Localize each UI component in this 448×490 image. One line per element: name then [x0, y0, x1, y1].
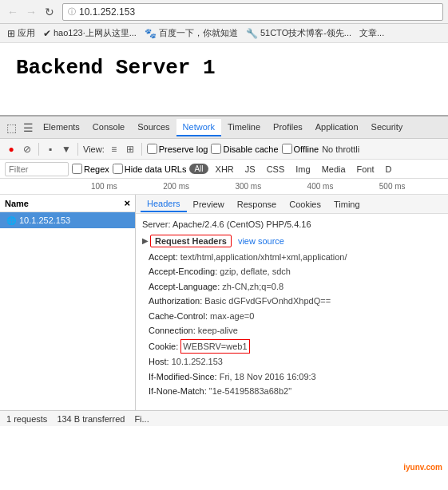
address-bar[interactable]: ⓘ 10.1.252.153	[62, 3, 443, 21]
header-section-server: Server: Apache/2.4.6 (CentOS) PHP/5.4.16…	[136, 214, 448, 402]
filter-toggle[interactable]: ▼	[60, 143, 73, 156]
offline-input[interactable]	[282, 144, 292, 154]
tab-application[interactable]: Application	[309, 119, 365, 136]
if-none-match-header: If-None-Match: "1e-54195883a68b2"	[149, 384, 442, 399]
server-header-row: Server: Apache/2.4.6 (CentOS) PHP/5.4.16	[142, 217, 442, 232]
headers-tab-response[interactable]: Response	[231, 197, 283, 211]
tab-console[interactable]: Console	[86, 119, 131, 136]
throttle-label: No throttli	[322, 144, 359, 154]
filter-input[interactable]	[5, 162, 69, 176]
hide-data-label: Hide data URLs	[125, 164, 187, 174]
request-headers-title[interactable]: Request Headers	[150, 235, 232, 247]
disable-cache-checkbox[interactable]: Disable cache	[211, 144, 278, 154]
bookmark-baidu[interactable]: 🐾 百度一下，你就知道	[142, 26, 240, 40]
timeline-200ms: 200 ms	[160, 182, 232, 191]
camera-button[interactable]: ▪	[44, 143, 57, 156]
bookmark-baidu-label: 百度一下，你就知道	[159, 27, 238, 39]
tab-profiles[interactable]: Profiles	[267, 119, 309, 136]
headers-panel: Headers Preview Response Cookies Timing …	[136, 195, 448, 410]
img-filter[interactable]: Img	[291, 164, 314, 175]
watermark: iyunv.com	[401, 462, 445, 472]
if-modified-header: If-Modified-Since: Fri, 18 Nov 2016 16:0…	[149, 369, 442, 385]
page-content: Backend Server 1	[0, 43, 448, 115]
accept-header: Accept: text/html,application/xhtml+xml,…	[149, 250, 442, 265]
timeline-500ms: 500 ms	[376, 182, 448, 191]
disable-cache-input[interactable]	[211, 144, 221, 154]
headers-tab-preview[interactable]: Preview	[187, 197, 231, 211]
connection-header: Connection: keep-alive	[149, 323, 442, 338]
file-panel-title: Name	[5, 199, 29, 208]
offline-checkbox[interactable]: Offline	[282, 144, 319, 154]
more-filter[interactable]: D	[382, 164, 396, 175]
file-panel-header: Name ×	[0, 195, 135, 212]
list-view-button[interactable]: ≡	[108, 143, 121, 156]
filter-bar: Regex Hide data URLs All XHR JS CSS Img …	[0, 160, 448, 179]
apps-icon: ⊞	[7, 28, 15, 39]
view-source-link[interactable]: view source	[238, 236, 284, 246]
browser-toolbar: ← → ↻ ⓘ 10.1.252.153	[0, 0, 448, 24]
devtools: ⬚ ☰ Elements Console Sources Network Tim…	[0, 115, 448, 426]
media-filter[interactable]: Media	[318, 164, 350, 175]
timeline-labels: 100 ms 200 ms 300 ms 400 ms 500 ms	[0, 182, 448, 191]
bookmark-article[interactable]: 文章...	[357, 26, 387, 40]
address-text: 10.1.252.153	[79, 6, 135, 18]
page-title: Backend Server 1	[16, 56, 432, 80]
bookmark-article-label: 文章...	[359, 27, 384, 39]
toolbar-separator-2	[77, 143, 78, 156]
timeline-400ms: 400 ms	[304, 182, 376, 191]
bookmark-51cto-label: 51CTO技术博客-领先...	[260, 27, 351, 39]
disable-cache-label: Disable cache	[223, 144, 278, 154]
tab-timeline[interactable]: Timeline	[221, 119, 267, 136]
hide-data-checkbox[interactable]: Hide data URLs	[113, 164, 187, 174]
accept-encoding-header: Accept-Encoding: gzip, deflate, sdch	[149, 264, 442, 279]
back-button[interactable]: ←	[5, 4, 21, 20]
headers-tab-timing[interactable]: Timing	[327, 197, 367, 211]
tab-elements[interactable]: Elements	[37, 119, 86, 136]
hao123-icon: ✔	[43, 28, 51, 39]
inspect-icon-btn[interactable]: ⬚	[3, 121, 20, 134]
view-label: View:	[83, 144, 105, 154]
tree-view-button[interactable]: ⊞	[124, 143, 137, 156]
file-item-0[interactable]: 🌐 10.1.252.153	[0, 212, 135, 228]
regex-label: Regex	[84, 164, 109, 174]
bookmark-51cto[interactable]: 🔧 51CTO技术博客-领先...	[244, 26, 354, 40]
devtools-main: Name × 🌐 10.1.252.153 Headers Preview Re…	[0, 195, 448, 410]
server-header-text: Server: Apache/2.4.6 (CentOS) PHP/5.4.16	[142, 219, 311, 229]
51cto-icon: 🔧	[246, 28, 258, 39]
devtools-tabs: ⬚ ☰ Elements Console Sources Network Tim…	[0, 117, 448, 139]
hide-data-input[interactable]	[113, 164, 123, 174]
record-button[interactable]: ●	[5, 143, 18, 156]
authorization-header: Authorization: Basic dGFvdGFvOnhdXhpdQ==	[149, 294, 442, 309]
preserve-log-input[interactable]	[147, 144, 157, 154]
close-panel-icon[interactable]: ×	[124, 197, 130, 209]
bookmark-apps[interactable]: ⊞ 应用	[5, 26, 38, 40]
cookie-highlight: WEBSRV=web1	[180, 339, 249, 354]
preserve-log-checkbox[interactable]: Preserve log	[147, 144, 208, 154]
regex-checkbox[interactable]: Regex	[72, 164, 109, 174]
devtools-toolbar: ● ⊘ ▪ ▼ View: ≡ ⊞ Preserve log Disable c…	[0, 139, 448, 160]
tab-network[interactable]: Network	[176, 119, 221, 136]
js-filter[interactable]: JS	[241, 164, 260, 175]
bookmark-hao123-label: hao123·上网从这里...	[54, 27, 137, 39]
tab-sources[interactable]: Sources	[131, 119, 176, 136]
css-filter[interactable]: CSS	[263, 164, 289, 175]
bookmarks-bar: ⊞ 应用 ✔ hao123·上网从这里... 🐾 百度一下，你就知道 🔧 51C…	[0, 24, 448, 43]
tab-security[interactable]: Security	[365, 119, 410, 136]
regex-input[interactable]	[72, 164, 82, 174]
offline-label: Offline	[294, 144, 319, 154]
font-filter[interactable]: Font	[353, 164, 379, 175]
all-filter-tag[interactable]: All	[189, 164, 208, 174]
headers-tab-cookies[interactable]: Cookies	[283, 197, 327, 211]
device-icon-btn[interactable]: ☰	[20, 121, 37, 134]
status-bar: 1 requests 134 B transferred Fi...	[0, 410, 448, 426]
stop-button[interactable]: ⊘	[21, 143, 34, 156]
timeline-300ms: 300 ms	[232, 182, 303, 191]
bookmark-apps-label: 应用	[18, 27, 35, 39]
xhr-filter[interactable]: XHR	[212, 164, 238, 175]
forward-button[interactable]: →	[23, 4, 39, 20]
file-item-name: 10.1.252.153	[19, 215, 70, 225]
bookmark-hao123[interactable]: ✔ hao123·上网从这里...	[41, 26, 139, 40]
reload-button[interactable]: ↻	[42, 4, 57, 20]
headers-tab-headers[interactable]: Headers	[141, 196, 187, 212]
transferred-size: 134 B transferred	[57, 414, 125, 424]
